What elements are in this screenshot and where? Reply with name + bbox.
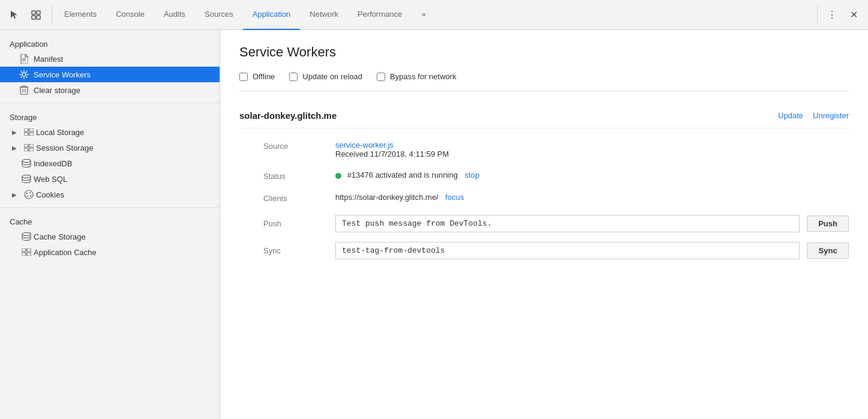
status-label: Status	[263, 170, 335, 181]
status-id: #13476	[347, 170, 373, 179]
session-storage-label: Session Storage	[36, 143, 215, 152]
close-btn[interactable]: ✕	[844, 5, 863, 25]
sync-label: Sync	[263, 246, 335, 255]
service-workers-icon	[19, 70, 29, 79]
push-button[interactable]: Push	[807, 216, 849, 232]
svg-point-22	[26, 193, 28, 194]
sw-info-grid: Source service-worker.js Received 11/7/2…	[263, 140, 849, 203]
focus-link[interactable]: focus	[445, 193, 464, 202]
toolbar-right: ⋮ ✕	[817, 5, 863, 25]
main-layout: Application Manifest Service Workers	[0, 30, 868, 419]
cookies-label: Cookies	[36, 190, 215, 199]
cache-storage-icon	[22, 232, 31, 241]
web-sql-label: Web SQL	[34, 175, 215, 184]
svg-point-25	[27, 196, 28, 197]
bypass-for-network-checkbox[interactable]	[377, 73, 385, 81]
offline-label: Offline	[253, 72, 275, 81]
service-workers-label: Service Workers	[34, 70, 215, 79]
svg-point-6	[22, 73, 26, 76]
stop-link[interactable]: stop	[465, 170, 480, 179]
sidebar-item-local-storage[interactable]: ▶ Local Storage	[0, 124, 220, 140]
content-area: Service Workers Offline Update on reload…	[220, 30, 868, 419]
svg-rect-13	[24, 133, 28, 136]
indexeddb-label: IndexedDB	[34, 159, 215, 168]
inspect-icon-btn[interactable]	[26, 5, 46, 25]
status-value: #13476 activated and is running stop	[335, 170, 849, 181]
tab-bar: Elements Console Audits Sources Applicat…	[55, 0, 817, 29]
clients-value: https://solar-donkey.glitch.me/ focus	[335, 193, 849, 203]
local-storage-icon	[24, 127, 34, 137]
svg-point-24	[30, 195, 31, 196]
indexeddb-icon	[22, 158, 31, 168]
received-value: Received 11/7/2018, 4:11:59 PM	[335, 149, 449, 158]
session-storage-arrow-icon: ▶	[10, 143, 19, 152]
push-input[interactable]	[335, 215, 800, 232]
option-update-on-reload[interactable]: Update on reload	[289, 72, 362, 81]
svg-point-23	[29, 192, 31, 193]
cookies-icon	[24, 190, 34, 199]
sync-button[interactable]: Sync	[807, 243, 849, 259]
sidebar-item-service-workers[interactable]: Service Workers	[0, 67, 220, 82]
unregister-link[interactable]: Unregister	[813, 111, 849, 120]
sidebar-section-storage: Storage	[0, 108, 220, 124]
more-options-btn[interactable]: ⋮	[822, 5, 842, 25]
sidebar-item-manifest[interactable]: Manifest	[0, 51, 220, 67]
clients-url: https://solar-donkey.glitch.me/	[335, 193, 438, 202]
svg-rect-16	[29, 144, 34, 147]
sidebar-item-application-cache[interactable]: Application Cache	[0, 244, 220, 260]
application-cache-label: Application Cache	[34, 248, 215, 257]
svg-rect-14	[29, 133, 34, 136]
push-sync-grid: Push Push Sync Sync	[263, 215, 849, 259]
option-bypass-for-network[interactable]: Bypass for network	[377, 72, 456, 81]
cookies-arrow-icon: ▶	[10, 190, 19, 199]
sidebar-section-cache: Cache	[0, 213, 220, 229]
sidebar-item-session-storage[interactable]: ▶ Session Storage	[0, 140, 220, 155]
sw-card-header: solar-donkey.glitch.me Update Unregister	[239, 110, 849, 128]
svg-rect-28	[27, 249, 31, 252]
session-storage-icon	[24, 143, 34, 152]
svg-point-26	[22, 233, 31, 236]
tab-console[interactable]: Console	[106, 0, 154, 30]
svg-rect-27	[22, 249, 26, 252]
tab-application[interactable]: Application	[243, 0, 301, 30]
tab-audits[interactable]: Audits	[154, 0, 195, 30]
svg-rect-15	[24, 144, 28, 147]
sidebar-item-clear-storage[interactable]: Clear storage	[0, 82, 220, 98]
sidebar-item-web-sql[interactable]: Web SQL	[0, 171, 220, 187]
sw-actions: Update Unregister	[778, 111, 849, 120]
clients-label: Clients	[263, 193, 335, 203]
svg-rect-2	[32, 16, 35, 19]
sync-input[interactable]	[335, 242, 800, 259]
source-link[interactable]: service-worker.js	[335, 140, 394, 149]
tab-more[interactable]: »	[412, 0, 435, 30]
manifest-label: Manifest	[34, 55, 215, 64]
svg-point-19	[22, 160, 31, 163]
update-on-reload-checkbox[interactable]	[289, 73, 298, 81]
sidebar-item-cache-storage[interactable]: Cache Storage	[0, 229, 220, 244]
tab-network[interactable]: Network	[300, 0, 348, 30]
svg-rect-30	[27, 253, 31, 256]
tab-performance[interactable]: Performance	[348, 0, 412, 30]
svg-rect-3	[37, 16, 40, 19]
sidebar-item-indexeddb[interactable]: IndexedDB	[0, 155, 220, 171]
offline-checkbox[interactable]	[239, 73, 248, 81]
svg-rect-7	[20, 87, 28, 94]
service-worker-card: solar-donkey.glitch.me Update Unregister…	[239, 110, 849, 259]
manifest-icon	[19, 54, 29, 64]
svg-point-20	[22, 175, 31, 178]
svg-rect-1	[37, 11, 40, 14]
cache-storage-label: Cache Storage	[34, 232, 215, 241]
update-link[interactable]: Update	[778, 111, 803, 120]
local-storage-label: Local Storage	[36, 128, 215, 137]
svg-rect-0	[32, 11, 35, 14]
status-running-text: activated and is running	[376, 170, 458, 179]
option-offline[interactable]: Offline	[239, 72, 275, 81]
sidebar-item-cookies[interactable]: ▶ Cookies	[0, 187, 220, 202]
cursor-icon-btn[interactable]	[5, 5, 24, 25]
tab-elements[interactable]: Elements	[55, 0, 106, 30]
clear-storage-label: Clear storage	[34, 86, 215, 95]
sw-domain: solar-donkey.glitch.me	[239, 110, 337, 121]
svg-rect-11	[24, 128, 28, 131]
tab-sources[interactable]: Sources	[195, 0, 243, 30]
toolbar-icons	[5, 5, 52, 25]
